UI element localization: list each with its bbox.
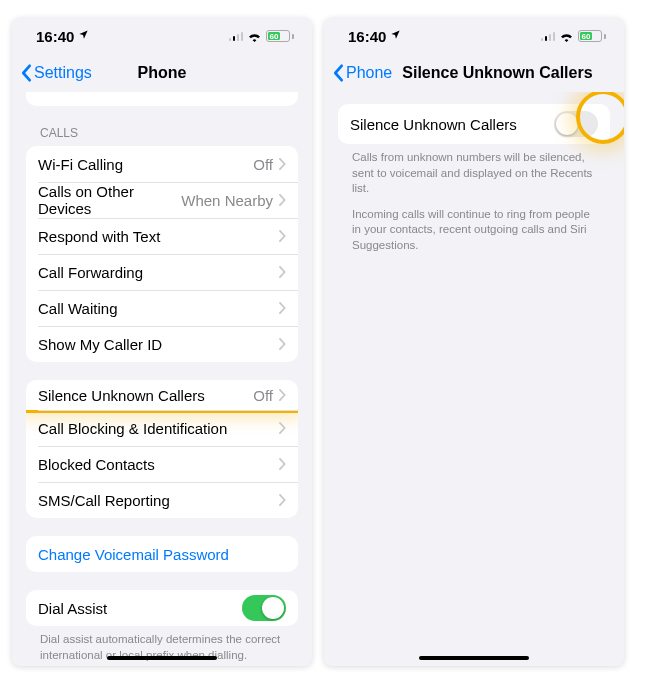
row-label: Change Voicemail Password — [38, 546, 286, 563]
chevron-right-icon — [279, 194, 286, 206]
status-time: 16:40 — [348, 28, 386, 45]
status-bar: 16:40 60 — [12, 18, 312, 54]
row-label: Silence Unknown Callers — [350, 116, 554, 133]
page-title: Silence Unknown Callers — [402, 64, 592, 82]
row-label: Dial Assist — [38, 600, 242, 617]
chevron-right-icon — [279, 389, 286, 401]
row-label: SMS/Call Reporting — [38, 492, 279, 509]
silence-unknown-callers-row[interactable]: Silence Unknown Callers Off — [26, 380, 298, 413]
chevron-right-icon — [279, 158, 286, 170]
battery-icon: 60 — [266, 30, 294, 42]
call-forwarding-row[interactable]: Call Forwarding — [26, 254, 298, 290]
silence-footer-1: Calls from unknown numbers will be silen… — [338, 144, 610, 197]
chevron-right-icon — [279, 302, 286, 314]
chevron-right-icon — [279, 230, 286, 242]
row-label: Blocked Contacts — [38, 456, 279, 473]
phone-settings-screen: 16:40 60 Settings Phone CALLS — [12, 18, 312, 666]
calls-group: Wi-Fi Calling Off Calls on Other Devices… — [26, 146, 298, 362]
row-label: Call Forwarding — [38, 264, 279, 281]
row-value: When Nearby — [181, 192, 273, 209]
battery-icon: 60 — [578, 30, 606, 42]
blocked-contacts-row[interactable]: Blocked Contacts — [26, 446, 298, 482]
home-indicator[interactable] — [419, 656, 529, 660]
respond-with-text-row[interactable]: Respond with Text — [26, 218, 298, 254]
chevron-right-icon — [279, 458, 286, 470]
chevron-right-icon — [279, 494, 286, 506]
call-waiting-row[interactable]: Call Waiting — [26, 290, 298, 326]
show-caller-id-row[interactable]: Show My Caller ID — [26, 326, 298, 362]
partial-row-top — [26, 92, 298, 106]
status-time: 16:40 — [36, 28, 74, 45]
settings-content: Silence Unknown Callers Calls from unkno… — [324, 92, 624, 666]
sms-call-reporting-row[interactable]: SMS/Call Reporting — [26, 482, 298, 518]
calls-other-devices-row[interactable]: Calls on Other Devices When Nearby — [26, 182, 298, 218]
row-label: Show My Caller ID — [38, 336, 279, 353]
row-label: Call Waiting — [38, 300, 279, 317]
row-label: Silence Unknown Callers — [38, 387, 253, 404]
back-button[interactable]: Settings — [20, 64, 92, 82]
wifi-icon — [247, 31, 262, 42]
signal-icon — [229, 31, 244, 41]
row-value: Off — [253, 387, 273, 404]
wifi-icon — [559, 31, 574, 42]
silence-unknown-callers-toggle[interactable] — [554, 111, 598, 137]
home-indicator[interactable] — [107, 656, 217, 660]
page-title: Phone — [138, 64, 187, 82]
call-blocking-row[interactable]: Call Blocking & Identification — [26, 410, 298, 446]
dial-assist-toggle[interactable] — [242, 595, 286, 621]
silence-footer-2: Incoming calls will continue to ring fro… — [338, 197, 610, 254]
wifi-calling-row[interactable]: Wi-Fi Calling Off — [26, 146, 298, 182]
back-button[interactable]: Phone — [332, 64, 392, 82]
silence-group: Silence Unknown Callers Off Call Blockin… — [26, 380, 298, 518]
status-bar: 16:40 60 — [324, 18, 624, 54]
back-label: Settings — [34, 64, 92, 82]
location-icon — [390, 29, 401, 43]
nav-bar: Settings Phone — [12, 54, 312, 92]
row-label: Respond with Text — [38, 228, 279, 245]
calls-section-header: CALLS — [26, 114, 298, 146]
voicemail-group: Change Voicemail Password — [26, 536, 298, 572]
signal-icon — [541, 31, 556, 41]
silence-unknown-callers-screen: 16:40 60 Phone Silence Unknown Callers — [324, 18, 624, 666]
row-label: Call Blocking & Identification — [38, 420, 279, 437]
row-label: Wi-Fi Calling — [38, 156, 253, 173]
chevron-right-icon — [279, 422, 286, 434]
row-value: Off — [253, 156, 273, 173]
row-label: Calls on Other Devices — [38, 183, 181, 217]
silence-unknown-callers-toggle-row: Silence Unknown Callers — [338, 104, 610, 144]
back-label: Phone — [346, 64, 392, 82]
settings-content: CALLS Wi-Fi Calling Off Calls on Other D… — [12, 92, 312, 666]
silence-toggle-group: Silence Unknown Callers — [338, 104, 610, 144]
change-voicemail-password-row[interactable]: Change Voicemail Password — [26, 536, 298, 572]
nav-bar: Phone Silence Unknown Callers — [324, 54, 624, 92]
dial-assist-group: Dial Assist — [26, 590, 298, 626]
dial-assist-row: Dial Assist — [26, 590, 298, 626]
location-icon — [78, 29, 89, 43]
chevron-right-icon — [279, 338, 286, 350]
chevron-right-icon — [279, 266, 286, 278]
